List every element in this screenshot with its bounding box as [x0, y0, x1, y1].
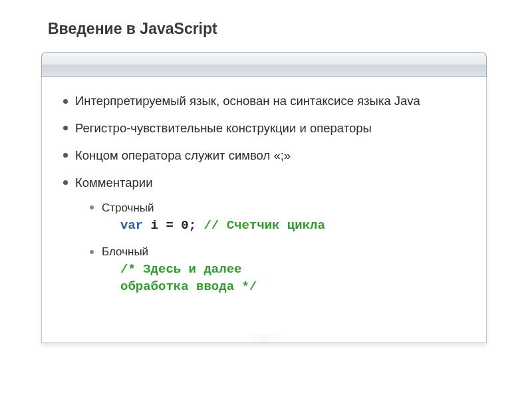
sub-bullet-list: Строчный var i = 0; // Счетчик цикла Бло… — [75, 201, 466, 296]
bullet-item: Интерпретируемый язык, основан на синтак… — [62, 93, 466, 110]
code-comment: обработка ввода */ — [120, 279, 257, 294]
card-body: Интерпретируемый язык, основан на синтак… — [41, 77, 487, 343]
code-line-comment: var i = 0; // Счетчик цикла — [120, 217, 466, 235]
bullet-item: Регистро-чувствительные конструкции и оп… — [62, 120, 466, 137]
code-comment: // Счетчик цикла — [203, 218, 325, 233]
bullet-label: Комментарии — [75, 176, 153, 190]
slide-title: Введение в JavaScript — [48, 20, 217, 38]
bullet-item: Концом оператора служит символ «;» — [62, 148, 466, 164]
bullet-list: Интерпретируемый язык, основан на синтак… — [62, 93, 466, 296]
sub-bullet-item: Строчный var i = 0; // Счетчик цикла — [75, 201, 466, 235]
sub-bullet-label: Блочный — [102, 245, 148, 258]
content-card: Интерпретируемый язык, основан на синтак… — [41, 52, 487, 351]
sub-bullet-item: Блочный /* Здесь и далее обработка ввода… — [75, 245, 466, 295]
card-header-bar — [41, 52, 487, 77]
sub-bullet-label: Строчный — [102, 201, 154, 214]
bullet-item: Комментарии Строчный var i = 0; // Счетч… — [62, 175, 466, 296]
code-keyword: var — [120, 218, 143, 233]
code-comment: /* Здесь и далее — [120, 262, 241, 277]
code-block-comment: /* Здесь и далее обработка ввода */ — [120, 261, 466, 295]
code-plain: i = 0; — [143, 218, 203, 233]
